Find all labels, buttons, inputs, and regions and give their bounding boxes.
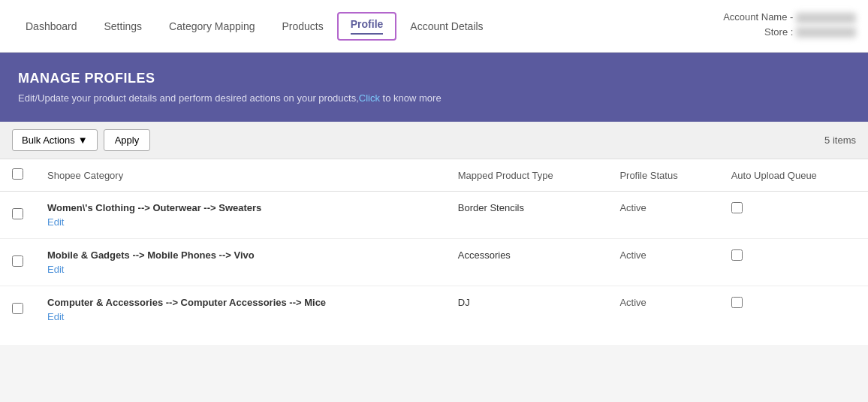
row2-auto-upload-checkbox[interactable]: [731, 249, 743, 261]
row1-checkbox[interactable]: [12, 208, 23, 219]
table-row: Mobile & Gadgets --> Mobile Phones --> V…: [0, 239, 868, 286]
header-profile-status: Profile Status: [607, 159, 719, 192]
banner-title: MANAGE PROFILES: [18, 71, 850, 86]
row3-category-name: Computer & Accessories --> Computer Acce…: [47, 297, 434, 308]
row3-category-cell: Computer & Accessories --> Computer Acce…: [35, 286, 446, 334]
row3-mapped-type: DJ: [446, 286, 608, 334]
items-count: 5 items: [824, 135, 856, 146]
row1-checkbox-cell: [0, 192, 35, 239]
row1-auto-upload-checkbox[interactable]: [731, 202, 743, 213]
row1-status: Active: [607, 192, 719, 239]
header-auto-upload-queue: Auto Upload Queue: [719, 159, 868, 192]
store-value: [796, 27, 856, 38]
top-navigation: Dashboard Settings Category Mapping Prod…: [0, 0, 868, 53]
row1-edit-link[interactable]: Edit: [47, 216, 64, 228]
nav-items: Dashboard Settings Category Mapping Prod…: [12, 12, 723, 41]
account-info: Account Name - Store :: [723, 11, 856, 41]
nav-category-mapping[interactable]: Category Mapping: [155, 14, 268, 38]
nav-account-details[interactable]: Account Details: [396, 14, 496, 38]
account-name-label: Account Name -: [723, 11, 793, 23]
header-checkbox-col: [0, 159, 35, 192]
chevron-down-icon: ▼: [78, 135, 88, 146]
nav-profile[interactable]: Profile: [337, 12, 397, 41]
manage-profiles-banner: MANAGE PROFILES Edit/Update your product…: [0, 53, 868, 122]
row2-checkbox-cell: [0, 239, 35, 286]
header-mapped-product-type: Mapped Product Type: [446, 159, 608, 192]
table-row: Women\'s Clothing --> Outerwear --> Swea…: [0, 192, 868, 239]
row1-category-name: Women\'s Clothing --> Outerwear --> Swea…: [47, 202, 434, 213]
header-shopee-category: Shopee Category: [35, 159, 446, 192]
row2-checkbox[interactable]: [12, 255, 23, 267]
row1-category-cell: Women\'s Clothing --> Outerwear --> Swea…: [35, 192, 446, 239]
banner-description: Edit/Update your product details and per…: [18, 92, 850, 104]
row3-auto-upload: [719, 286, 868, 334]
table-row: Computer & Accessories --> Computer Acce…: [0, 286, 868, 334]
bulk-actions-button[interactable]: Bulk Actions ▼: [12, 129, 98, 151]
banner-click-link[interactable]: Click: [359, 92, 380, 104]
row2-category-name: Mobile & Gadgets --> Mobile Phones --> V…: [47, 249, 434, 261]
store-label: Store :: [764, 26, 793, 38]
row3-edit-link[interactable]: Edit: [47, 311, 64, 322]
row3-auto-upload-checkbox[interactable]: [731, 297, 743, 308]
account-name-value: [796, 13, 856, 23]
apply-button[interactable]: Apply: [104, 129, 151, 151]
row2-auto-upload: [719, 239, 868, 286]
row3-checkbox-cell: [0, 286, 35, 334]
row3-status: Active: [607, 286, 719, 334]
row2-status: Active: [607, 239, 719, 286]
toolbar-left: Bulk Actions ▼ Apply: [12, 129, 150, 151]
row2-category-cell: Mobile & Gadgets --> Mobile Phones --> V…: [35, 239, 446, 286]
profiles-table: Shopee Category Mapped Product Type Prof…: [0, 159, 868, 333]
nav-products[interactable]: Products: [269, 14, 337, 38]
table-header-row: Shopee Category Mapped Product Type Prof…: [0, 159, 868, 192]
nav-dashboard[interactable]: Dashboard: [12, 14, 91, 38]
row2-edit-link[interactable]: Edit: [47, 264, 64, 275]
row1-mapped-type: Border Stencils: [446, 192, 608, 239]
row3-checkbox[interactable]: [12, 303, 23, 314]
toolbar: Bulk Actions ▼ Apply 5 items: [0, 122, 868, 159]
select-all-checkbox[interactable]: [12, 168, 23, 180]
profiles-table-container: Shopee Category Mapped Product Type Prof…: [0, 159, 868, 345]
nav-settings[interactable]: Settings: [91, 14, 156, 38]
row2-mapped-type: Accessories: [446, 239, 608, 286]
row1-auto-upload: [719, 192, 868, 239]
